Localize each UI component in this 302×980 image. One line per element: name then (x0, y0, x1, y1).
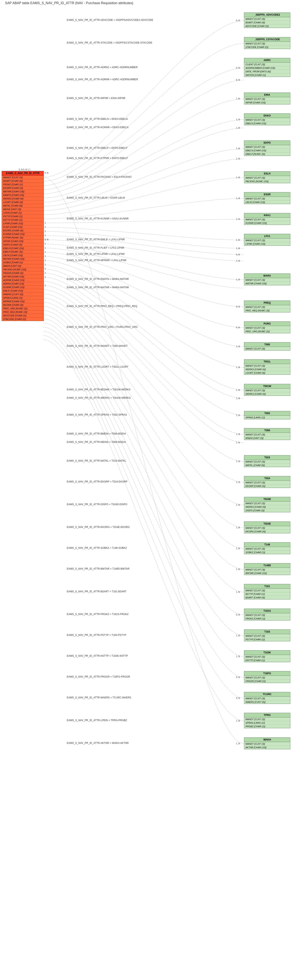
main-field: SOBKZ [CHAR (1)] (2, 261, 43, 264)
target-field: EBELN [CHAR (10)] (244, 149, 290, 152)
target-table: PREQMANDT [CLNT (3)]PRIO_REQ [NUMC (3)] (244, 301, 290, 312)
target-field: WAERS [CUKY (5)] (244, 700, 290, 704)
target-table-header: T024 (244, 476, 290, 480)
relation-label: EAMS_S_NAV_PR_ID_ATTR-ADRNR = ADRC-ADDRN… (67, 78, 138, 81)
main-field: PACKNO [NUMC (10)] (2, 267, 43, 271)
relation-label: EAMS_S_NAV_PR_ID_ATTR-MATNR = MARA-MATNR (67, 286, 129, 289)
target-field: FRGKZ [CHAR (1)] (244, 617, 290, 620)
target-table-header: ESSR (244, 192, 290, 197)
cardinality-target: 1..N (236, 247, 240, 250)
main-field: FRGGR [CHAR (2)] (2, 271, 43, 275)
main-field: KNTTP [CHAR (1)] (2, 218, 43, 221)
relation-label: EAMS_S_NAV_PR_ID_ATTR-STACODE = /ISDFPS/… (67, 41, 152, 44)
target-table-header: PURG (244, 321, 290, 326)
cardinality-target: 1..N (236, 97, 240, 100)
main-field: FRGKZ [CHAR (1)] (2, 183, 43, 186)
relation-label: EAMS_S_NAV_PR_ID_ATTR-FRGGR = T16FG-FRGG… (67, 675, 130, 678)
target-field: MANDT [CLNT (3)] (244, 480, 290, 484)
target-field: MANDT [CLNT (3)] (244, 433, 290, 436)
cardinality-target: 0..N (236, 253, 240, 256)
cardinality-source: 1 (45, 243, 46, 245)
target-table-header: T161 (244, 584, 290, 589)
target-table: T024MANDT [CLNT (3)]EKGRP [CHAR (3)] (244, 476, 290, 488)
target-field: SOBKZ [CHAR (1)] (244, 550, 290, 554)
cardinality-target: 1..N (236, 742, 240, 745)
target-table-header: T16FG (244, 671, 290, 676)
main-field: MFRNR [CHAR (10)] (2, 299, 43, 303)
main-field: MATKL [CHAR (9)] (2, 204, 43, 207)
cardinality-source: 0..N (45, 239, 48, 241)
cardinality-source: 1 (45, 247, 46, 249)
cardinality-source: 1 (45, 276, 46, 278)
main-field: WAERS [CUKY (5)] (2, 293, 43, 296)
target-table: ESSRMANDT [CLNT (3)]LBLNI [CHAR (10)] (244, 192, 290, 204)
main-field: PSTYP [CHAR (1)] (2, 215, 43, 218)
target-table-header: EINA (244, 93, 290, 97)
target-field: MANDT [CLNT (3)] (244, 145, 290, 149)
target-field: WERKS [CHAR (4)] (244, 392, 290, 396)
target-field: BSTYP [CHAR (1)] (244, 592, 290, 596)
relation-label: EAMS_S_NAV_PR_ID_ATTR-PRIO_URG = PURG-PR… (67, 326, 137, 328)
target-field: KUNNR [CHAR (10)] (244, 221, 290, 225)
relation-label: EAMS_S_NAV_PR_ID_ATTR-PACKNO = ESLH-PACK… (67, 175, 132, 178)
relation-label: EAMS_S_NAV_PR_ID_ATTR-EKORG = T024E-EKOR… (67, 526, 130, 528)
relation-label: EAMS_S_NAV_PR_ID_ATTR-BMEIN = T006-MSEHI (67, 432, 126, 435)
target-table-header: T024E (244, 522, 290, 526)
relation-label: EAMS_S_NAV_PR_ID_ATTR-LGORT = T001L-LGOR… (67, 365, 128, 368)
target-table: TPRGMANDT [CLNT (3)]SPRAS [LANG (1)]PRGB… (244, 713, 290, 728)
target-field: LGORT [CHAR (4)] (244, 371, 290, 374)
target-field: MANDT [CLNT (3)] (244, 697, 290, 700)
main-field: KUNNR [CHAR (10)] (2, 285, 43, 289)
target-table: T16FGMANDT [CLNT (3)]FRGGR [CHAR (2)] (244, 671, 290, 683)
cardinality-target: 1..N (236, 433, 240, 435)
target-field: INFNR [CHAR (10)] (244, 101, 290, 104)
target-field: MATNR [CHAR (18)] (244, 282, 290, 285)
target-table: WAKHMANDT [CLNT (3)]AKTNR [CHAR (10)] (244, 737, 290, 749)
target-field: SPRAS [LANG (1)] (244, 721, 290, 724)
main-field: PRIO_URG [NUMC (2)] (2, 307, 43, 310)
cardinality-target: 1..N (236, 460, 240, 463)
target-field: WERKS [CHAR (4)] (244, 505, 290, 509)
cardinality-source: 1 (45, 251, 46, 253)
main-field: ADRNR [CHAR (10)] (2, 278, 43, 282)
main-field: MEINS [UNIT (3)] (2, 207, 43, 211)
target-field: LBLNI [CHAR (10)] (244, 200, 290, 204)
main-field: STACODE [CHAR (2)] (2, 317, 43, 321)
main-field: SPRAS [LANG (1)] (2, 296, 43, 299)
relation-label: EAMS_S_NAV_PR_ID_ATTR-MEINS = T006-MSEHI (67, 441, 126, 444)
target-table-header: MARA (244, 274, 290, 278)
target-field: WERKS [CHAR (4)] (244, 368, 290, 371)
cardinality-target: 0..N (236, 326, 240, 329)
cardinality-target: 1..N (236, 127, 240, 129)
relation-label: EAMS_S_NAV_PR_ID_ATTR-INFNR = EINA-INFNR (67, 97, 125, 100)
target-field: MANDT [CLNT (3)] (244, 364, 290, 368)
target-table-header: TCURC (244, 692, 290, 697)
target-table-header: EKKO (244, 114, 290, 118)
cardinality-source: 1 (45, 267, 46, 270)
target-field: MANDT [CLNT (3)] (244, 501, 290, 505)
target-table-header: T002 (244, 411, 290, 415)
main-field: BMEIN [UNIT (3)] (2, 264, 43, 267)
target-table: T001LMANDT [CLNT (3)]WERKS [CHAR (4)]LGO… (244, 359, 290, 375)
target-field: MANDT [CLNT (3)] (244, 118, 290, 121)
target-field: EBELN [CHAR (10)] (244, 121, 290, 125)
relation-label: EAMS_S_NAV_PR_ID_ATTR-KNTTP = T163K-KNTT… (67, 654, 128, 657)
cardinality-target: 1..N (236, 481, 240, 483)
cardinality-target: 1..N (236, 118, 240, 121)
target-field: PRIO_URG [NUMC (2)] (244, 329, 290, 333)
main-field: EBELN [CHAR (10)] (2, 247, 43, 250)
target-field: EKGRP [CHAR (3)] (244, 484, 290, 488)
target-field: MANDT [CLNT (3)] (244, 326, 290, 329)
cardinality-target: 1..N (236, 278, 240, 281)
target-table: T023MANDT [CLNT (3)]MATKL [CHAR (9)] (244, 455, 290, 467)
target-table: T148MANDT [CLNT (3)]SOBKZ [CHAR (1)] (244, 542, 290, 554)
relation-label: EAMS_S_NAV_PR_ID_ATTR-KUNNR = KNA1-KUNNR (67, 217, 129, 220)
target-table-header: ESLH (244, 172, 290, 176)
relation-label: EAMS_S_NAV_PR_ID_ATTR-FRGKZ = T161S-FRGK… (67, 613, 128, 616)
main-field: BWTAR [CHAR (10)] (2, 257, 43, 261)
cardinality-target: 1..N (236, 389, 240, 391)
target-field: KNTTP [CHAR (1)] (244, 659, 290, 662)
main-field: INFNR [CHAR (10)] (2, 239, 43, 243)
target-field: DISPO [CHAR (3)] (244, 509, 290, 512)
target-table: MARAMANDT [CLNT (3)]MATNR [CHAR (18)] (244, 274, 290, 285)
